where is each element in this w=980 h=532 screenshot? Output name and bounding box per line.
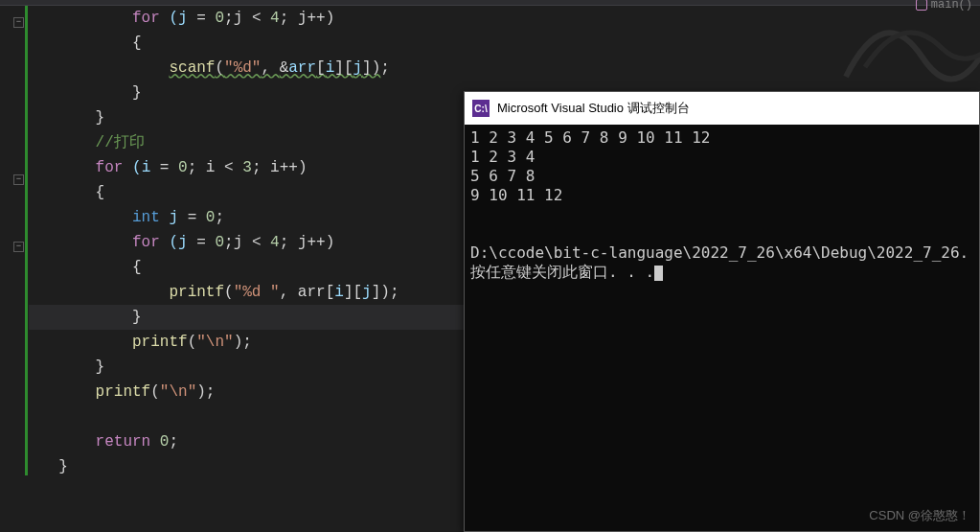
code-line[interactable]: { <box>29 31 980 56</box>
console-line: 9 10 11 12 <box>470 186 973 205</box>
fold-toggle[interactable]: − <box>13 17 24 28</box>
change-indicator <box>25 6 28 475</box>
console-line <box>470 224 973 243</box>
console-title-text: Microsoft Visual Studio 调试控制台 <box>497 100 690 117</box>
cursor <box>654 266 663 281</box>
console-icon: C:\ <box>472 100 490 117</box>
console-titlebar[interactable]: C:\ Microsoft Visual Studio 调试控制台 <box>465 92 979 125</box>
console-line <box>470 205 973 224</box>
code-line[interactable]: for (j = 0;j < 4; j++) <box>29 6 980 31</box>
code-line[interactable]: scanf("%d", &arr[i][j]); <box>29 56 980 81</box>
console-line: D:\ccode\bit-c-language\2022_7_26\x64\De… <box>470 243 973 263</box>
watermark: CSDN @徐憨憨！ <box>869 507 970 524</box>
console-line: 按任意键关闭此窗口. . . <box>470 263 973 282</box>
console-line: 1 2 3 4 <box>470 148 973 167</box>
console-line: 5 6 7 8 <box>470 167 973 186</box>
console-line: 1 2 3 4 5 6 7 8 9 10 11 12 <box>470 128 973 148</box>
fold-toggle[interactable]: − <box>13 174 24 185</box>
console-output[interactable]: 1 2 3 4 5 6 7 8 9 10 11 121 2 3 45 6 7 8… <box>465 125 979 286</box>
fold-toggle[interactable]: − <box>13 242 24 252</box>
debug-console-window[interactable]: C:\ Microsoft Visual Studio 调试控制台 1 2 3 … <box>464 91 980 532</box>
